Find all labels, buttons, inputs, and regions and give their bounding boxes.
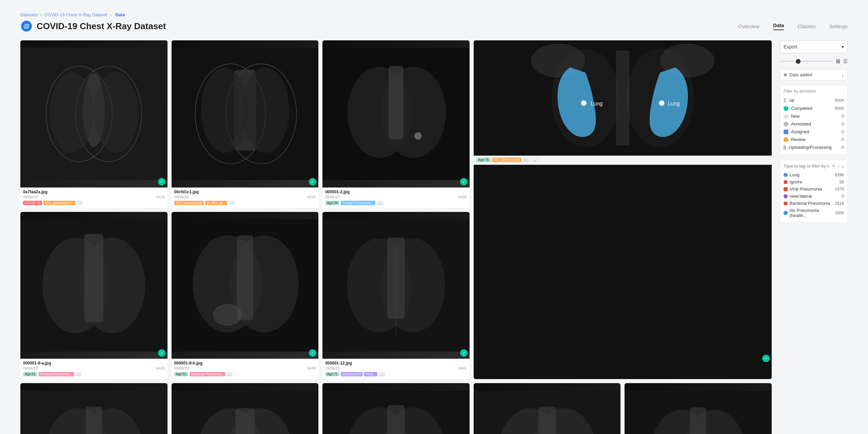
class-label-lung: Lung [790,172,800,177]
filter-row-assigned[interactable]: Assigned 0 [784,128,844,136]
filter-row-uploading[interactable]: Uploading/Processing 0 [784,143,844,151]
main-layout: ✓ 0a7faa2a.jpg 09/06/20 6434 COVID-19 IC… [0,40,868,434]
card-info-0: 0a7faa2a.jpg 09/06/20 6434 COVID-19 ICU_… [20,188,167,208]
card-info-5: 000001-12.jpg 09/06/20 6441 Age:71 Intub… [322,359,470,379]
card-tags-4: Age:51 Bacterial Pneumoni... ... [174,372,316,376]
grid-view-icon[interactable]: ⊞ [836,58,840,64]
image-card-0[interactable]: ✓ 0a7faa2a.jpg 09/06/20 6434 COVID-19 IC… [20,40,167,208]
sort-control[interactable]: ⊕ Date added ↓ [780,69,848,80]
class-row-lateral[interactable]: view:lateral 0 [784,193,844,200]
card-image-2: ✓ [322,40,470,188]
tag: ICU_admission/N [492,158,522,162]
svg-point-37 [213,304,242,326]
filter-row-all[interactable]: Σ All 6504 [784,96,844,104]
filter-label-completed: Completed [791,106,812,111]
image-grid: ✓ 0a7faa2a.jpg 09/06/20 6434 COVID-19 IC… [20,40,772,434]
image-card-5[interactable]: ✓ 000001-12.jpg 09/06/20 6441 Age:71 Int… [322,212,470,379]
card-image-6: ✓ [20,383,167,434]
card-image-0: ✓ [20,40,167,188]
export-label: Export [784,44,797,50]
tag: Age:71 [325,372,339,376]
tab-settings[interactable]: Settings [829,23,848,29]
filter-label-assigned: Assigned [791,129,809,134]
card-meta-1: 09/06/20 6435 [174,195,316,199]
breadcrumb-datasets[interactable]: Datasets [20,12,38,17]
tag: In_ICU_sc... [205,201,227,205]
filter-row-review[interactable]: Review 0 [784,136,844,143]
class-row-bacterial[interactable]: Bacterial Pneumonia 2816 [784,200,844,207]
class-count-lung: 6396 [835,173,844,177]
large-image-card[interactable]: Lung Lung Age:76 ICU_admission/N I... ..… [474,40,772,379]
image-card-4[interactable]: ✓ 000001-9-b.jpg 09/06/20 6440 Age:51 Ba… [172,212,319,379]
tab-overview[interactable]: Overview [738,23,760,29]
list-view-icon[interactable]: ☰ [843,58,848,64]
tag: Age:51 [23,372,37,376]
class-search-input[interactable] [784,163,830,169]
svg-point-12 [201,67,248,153]
svg-rect-36 [237,235,253,320]
filter-label-review: Review [791,137,806,142]
sort-direction-icon[interactable]: ↓ [842,72,844,77]
class-row-nopneumonia[interactable]: No Pneumonia (health... 1606 [784,207,844,219]
sort-class-icon[interactable]: ↓ [837,163,840,169]
filter-count-review: 0 [842,137,844,142]
check-badge-5: ✓ [460,349,468,357]
dot-uploading [784,145,786,150]
class-row-lung[interactable]: Lung 6396 [784,171,844,178]
image-card-10[interactable]: ✓ 1-s2.0-S1341321X203... 09/06/20 6448 [625,383,772,434]
breadcrumb: Datasets › COVID-19 Chest X-Ray Dataset … [0,0,868,20]
tag: Age:76 [476,158,491,162]
card-title-0: 0a7faa2a.jpg [23,190,165,194]
tag: ... [377,201,383,205]
check-badge-2: ✓ [460,178,468,185]
clear-filter-icon[interactable]: ✕ [832,163,835,169]
card-image-5: ✓ [322,212,470,359]
check-badge-0: ✓ [158,178,165,185]
card-meta-2: 09/06/20 6436 [325,195,467,199]
class-row-viral[interactable]: Viral Pneumonia 1970 [784,185,844,193]
card-image-10: ✓ [625,383,772,434]
class-label-lateral: view:lateral [790,194,812,199]
sort-class-icon-right[interactable]: ↓ [842,163,844,169]
card-info-3: 000001-9-a.jpg 09/06/20 6439 Age:51 Bact… [20,359,167,379]
dot-completed [784,106,788,111]
sort-field-label: Date added [789,72,812,77]
tag: Age:51 [174,372,189,376]
filter-row-annotated[interactable]: Annotated 0 [784,120,844,128]
tag: ... [229,201,235,205]
class-dot-lateral [784,194,788,198]
export-button[interactable]: Export ▾ [780,40,848,53]
filter-label-new: New [791,114,800,119]
svg-text:Lung: Lung [590,101,603,106]
image-card-9[interactable]: ✓ 1-s2.0-S1341321X203... 09/06/20 6447 [474,383,621,434]
svg-point-6 [50,72,94,153]
image-card-8[interactable]: 1-s2.0-S1341321X203... 09/06/20 6446 [322,383,470,434]
card-image-8 [322,383,470,434]
svg-point-13 [242,67,289,153]
card-info-2: 000001-2.jpg 09/06/20 6436 Age:34 Fungal… [322,188,470,208]
dot-review [784,137,788,142]
image-card-3[interactable]: ✓ 000001-9-a.jpg 09/06/20 6439 Age:51 Ba… [20,212,167,379]
class-count-ignore: 58 [840,180,844,184]
class-row-ignore[interactable]: Ignore 58 [784,178,844,185]
class-dot-ignore [784,180,788,184]
class-dot-lung [784,173,788,177]
image-card-6[interactable]: ✓ 000001-24.jpg 09/06/20 6444 [20,383,167,434]
page-wrapper: Datasets › COVID-19 Chest X-Ray Dataset … [0,0,868,434]
image-card-2[interactable]: ✓ 000001-2.jpg 09/06/20 6436 Age:34 Fung… [322,40,470,208]
filter-label-annotated: Annotated [791,121,811,126]
filter-row-new[interactable]: New 0 [784,112,844,120]
tag: Bacterial Pneumoni... [39,372,74,376]
breadcrumb-dataset[interactable]: COVID-19 Chest X-Ray Dataset [44,12,107,17]
tag: Fungal Pneumonia... [341,201,375,205]
tag: ... [379,372,385,376]
tab-classes[interactable]: Classes [797,23,815,29]
tab-data[interactable]: Data [773,22,784,30]
view-size-slider[interactable] [780,61,833,62]
card-meta-4: 09/06/20 6440 [174,366,316,370]
image-card-7[interactable]: ✓ 000001-27.jpg 09/06/20 6445 [172,383,319,434]
image-card-1[interactable]: ✓ 00cfd1c1.jpg 09/06/20 6435 ICU_admissi… [172,40,319,208]
dot-annotated [784,122,788,126]
svg-rect-24 [616,51,629,145]
filter-row-completed[interactable]: Completed 6504 [784,104,844,112]
